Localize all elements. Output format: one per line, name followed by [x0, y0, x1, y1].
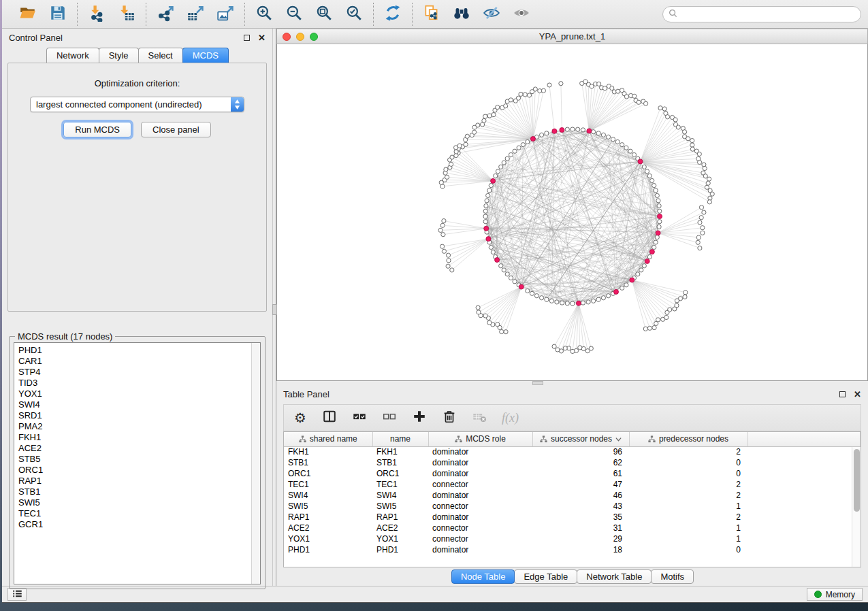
network-node[interactable] — [476, 306, 480, 310]
mcds-node[interactable] — [587, 129, 592, 133]
network-node[interactable] — [526, 139, 530, 144]
network-node[interactable] — [494, 174, 498, 178]
network-node[interactable] — [526, 288, 530, 293]
network-node[interactable] — [620, 286, 624, 290]
network-node[interactable] — [446, 264, 450, 268]
network-node[interactable] — [702, 210, 706, 214]
close-window-icon[interactable] — [283, 33, 291, 41]
network-node[interactable] — [596, 297, 600, 301]
add-button[interactable] — [412, 409, 427, 427]
network-node[interactable] — [464, 142, 468, 146]
network-node[interactable] — [502, 161, 506, 165]
table-row[interactable]: RAP1RAP1dominator352 — [284, 512, 861, 523]
network-node[interactable] — [698, 220, 702, 225]
network-node[interactable] — [445, 175, 449, 179]
network-node[interactable] — [657, 204, 661, 208]
mcds-node[interactable] — [491, 178, 496, 183]
network-node[interactable] — [703, 166, 707, 170]
network-node[interactable] — [654, 240, 658, 244]
network-node[interactable] — [449, 162, 453, 166]
mcds-node[interactable] — [645, 259, 649, 263]
network-node[interactable] — [540, 133, 544, 137]
mcds-result-item[interactable]: RAP1 — [18, 476, 251, 486]
network-node[interactable] — [541, 88, 545, 93]
import-network-button[interactable] — [86, 4, 107, 24]
network-node[interactable] — [483, 214, 487, 218]
network-node[interactable] — [489, 245, 493, 249]
find-button[interactable] — [451, 4, 472, 24]
mcds-result-item[interactable]: CAR1 — [18, 356, 251, 367]
column-header-predecessor-nodes[interactable]: predecessor nodes — [629, 432, 748, 446]
column-header-successor-nodes[interactable]: successor nodes — [532, 432, 629, 446]
network-node[interactable] — [482, 118, 486, 122]
network-node[interactable] — [442, 219, 446, 223]
splitter-grip-h[interactable] — [532, 381, 543, 385]
network-node[interactable] — [483, 209, 487, 213]
network-node[interactable] — [450, 155, 454, 159]
network-node[interactable] — [643, 327, 647, 331]
network-node[interactable] — [707, 177, 711, 181]
mcds-result-item[interactable]: PHD1 — [18, 345, 251, 356]
network-node[interactable] — [581, 128, 585, 132]
network-node[interactable] — [578, 346, 582, 350]
network-node[interactable] — [707, 200, 711, 204]
tab-network[interactable]: Network — [46, 48, 99, 63]
network-node[interactable] — [585, 349, 590, 353]
mcds-node[interactable] — [658, 214, 662, 219]
network-node[interactable] — [581, 301, 585, 305]
network-node[interactable] — [533, 87, 537, 91]
network-node[interactable] — [492, 113, 496, 117]
run-mcds-button[interactable]: Run MCDS — [63, 122, 131, 137]
network-node[interactable] — [477, 310, 481, 314]
network-node[interactable] — [647, 254, 652, 259]
mcds-result-item[interactable]: PMA2 — [18, 421, 251, 432]
network-node[interactable] — [496, 105, 500, 110]
mcds-result-item[interactable]: YOX1 — [18, 389, 251, 399]
table-row[interactable]: SWI5SWI5connector431 — [284, 501, 861, 512]
network-node[interactable] — [642, 165, 646, 169]
network-node[interactable] — [441, 233, 445, 237]
network-node[interactable] — [519, 92, 523, 96]
mcds-node[interactable] — [649, 250, 654, 254]
mcds-result-item[interactable]: STP4 — [18, 367, 251, 378]
delete-button[interactable] — [442, 409, 457, 427]
network-node[interactable] — [489, 184, 493, 188]
network-node[interactable] — [496, 169, 500, 174]
network-node[interactable] — [690, 147, 694, 151]
task-history-button[interactable] — [7, 588, 27, 601]
network-node[interactable] — [517, 146, 521, 150]
table-close-icon[interactable]: ✕ — [854, 390, 861, 399]
network-node[interactable] — [696, 235, 701, 240]
network-node[interactable] — [683, 295, 687, 299]
mcds-result-list[interactable]: PHD1CAR1STP4TID3YOX1SWI4SRD1PMA2FKH1ACE2… — [14, 343, 251, 584]
network-node[interactable] — [673, 118, 677, 122]
network-node[interactable] — [665, 310, 669, 314]
network-node[interactable] — [484, 204, 488, 208]
network-node[interactable] — [696, 240, 700, 244]
tab-motifs[interactable]: Motifs — [651, 569, 694, 584]
column-header-shared-name[interactable]: shared name — [284, 432, 372, 446]
deselect-all-button[interactable] — [382, 409, 397, 427]
network-node[interactable] — [675, 299, 679, 303]
column-header-MCDS-role[interactable]: MCDS role — [428, 432, 532, 446]
birds-eye-button[interactable] — [511, 4, 532, 24]
network-node[interactable] — [570, 349, 575, 353]
network-node[interactable] — [540, 296, 544, 300]
mcds-result-item[interactable]: TID3 — [18, 378, 251, 389]
network-node[interactable] — [606, 135, 610, 139]
network-node[interactable] — [530, 291, 534, 295]
network-node[interactable] — [620, 143, 624, 147]
network-node[interactable] — [516, 96, 520, 100]
network-node[interactable] — [616, 89, 620, 93]
network-node[interactable] — [438, 228, 443, 232]
mcds-node[interactable] — [656, 231, 660, 235]
network-node[interactable] — [658, 106, 662, 110]
network-node[interactable] — [523, 93, 527, 97]
network-node[interactable] — [636, 272, 640, 276]
close-panel-icon[interactable]: ✕ — [258, 33, 266, 42]
graphics-details-button[interactable] — [481, 4, 502, 24]
network-node[interactable] — [703, 174, 707, 178]
network-node[interactable] — [606, 294, 610, 298]
network-node[interactable] — [654, 321, 658, 325]
network-node[interactable] — [487, 114, 492, 118]
